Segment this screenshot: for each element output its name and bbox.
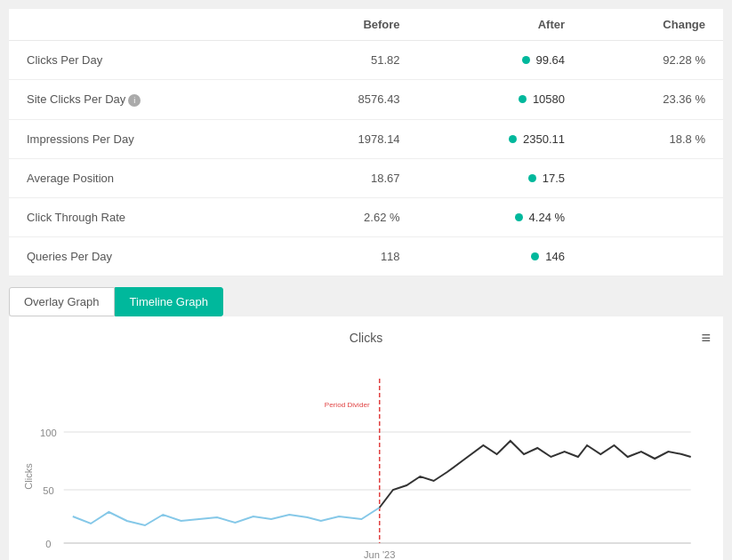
green-dot [531, 252, 539, 260]
tab-overlay[interactable]: Overlay Graph [9, 287, 115, 316]
before-value: 118 [278, 236, 418, 276]
after-text: 17.5 [543, 172, 565, 185]
after-value: 146 [418, 236, 583, 276]
change-value [583, 158, 723, 197]
info-icon[interactable]: i [128, 94, 141, 107]
metric-label: Clicks Per Day [9, 41, 278, 80]
before-value: 8576.43 [278, 80, 418, 120]
green-dot [515, 213, 523, 221]
metric-label: Average Position [9, 158, 278, 197]
before-value: 2.62 % [278, 197, 418, 236]
before-value: 1978.14 [278, 119, 418, 158]
metric-label: Click Through Rate [9, 197, 278, 236]
table-row: Average Position18.6717.5 [9, 158, 723, 197]
svg-text:0: 0 [45, 539, 51, 549]
change-value: 92.28 % [583, 41, 723, 80]
after-value: 99.64 [418, 41, 583, 80]
after-text: 146 [545, 250, 565, 263]
before-value: 51.82 [278, 41, 418, 80]
chart-menu-icon[interactable]: ≡ [701, 329, 711, 348]
green-dot [528, 174, 536, 182]
green-dot [519, 95, 527, 103]
chart-wrapper: Clicks ≡ 0 50 100 Clicks Period Divider [9, 316, 723, 560]
chart-area: 0 50 100 Clicks Period Divider Jun '23 [23, 352, 709, 560]
col-header-after: After [418, 9, 583, 41]
after-text: 10580 [533, 92, 565, 106]
svg-text:50: 50 [43, 485, 53, 496]
metric-label: Impressions Per Day [9, 119, 278, 158]
col-header-metric [9, 9, 278, 41]
metric-label: Site Clicks Per Dayi [9, 80, 278, 120]
green-dot [522, 56, 530, 64]
green-dot [509, 135, 517, 143]
table-row: Site Clicks Per Dayi8576.431058023.36 % [9, 80, 723, 120]
svg-text:100: 100 [40, 428, 57, 438]
chart-svg: 0 50 100 Clicks Period Divider Jun '23 [23, 352, 709, 560]
svg-text:Clicks: Clicks [23, 462, 34, 489]
tabs-row: Overlay Graph Timeline Graph [9, 287, 723, 316]
before-value: 18.67 [278, 158, 418, 197]
after-text: 2350.11 [523, 132, 565, 146]
change-value [583, 236, 723, 276]
table-row: Queries Per Day118146 [9, 236, 723, 276]
col-header-change: Change [583, 9, 723, 41]
tab-timeline[interactable]: Timeline Graph [115, 287, 223, 316]
after-value: 10580 [418, 80, 583, 120]
table-row: Impressions Per Day1978.142350.1118.8 % [9, 119, 723, 158]
table-row: Click Through Rate2.62 %4.24 % [9, 197, 723, 236]
after-text: 99.64 [536, 53, 566, 67]
after-value: 4.24 % [418, 197, 583, 236]
svg-text:Jun '23: Jun '23 [364, 549, 396, 560]
change-value [583, 197, 723, 236]
after-text: 4.24 % [529, 211, 565, 224]
change-value: 18.8 % [583, 119, 723, 158]
change-value: 23.36 % [583, 80, 723, 120]
stats-table: Before After Change Clicks Per Day51.829… [9, 9, 723, 276]
chart-title: Clicks [23, 331, 709, 345]
table-row: Clicks Per Day51.8299.6492.28 % [9, 41, 723, 80]
main-container: Before After Change Clicks Per Day51.829… [0, 0, 732, 560]
svg-text:Period Divider: Period Divider [325, 401, 370, 409]
after-value: 2350.11 [418, 119, 583, 158]
after-value: 17.5 [418, 158, 583, 197]
metric-label: Queries Per Day [9, 236, 278, 276]
col-header-before: Before [278, 9, 418, 41]
